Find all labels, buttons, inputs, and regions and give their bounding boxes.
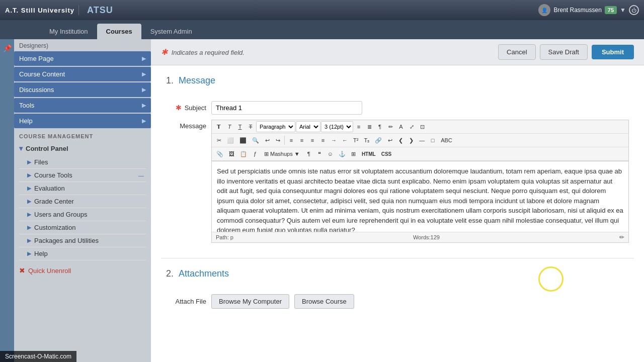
sidebar-pin[interactable]: 📌 [0, 39, 14, 362]
toolbar-link[interactable]: 🔗 [372, 135, 384, 146]
toolbar-align-left[interactable]: ≡ [286, 135, 296, 146]
packages-utilities-label: Packages and Utilities [34, 237, 99, 244]
toolbar-size-select[interactable]: 3 (12pt) [321, 121, 353, 132]
attachments-section: 2. Attachments Attach File Browse My Com… [151, 258, 644, 319]
toolbar-align-justify[interactable]: ≡ [318, 135, 328, 146]
toolbar-table[interactable]: ⊞ [349, 148, 359, 159]
right-arrow-icon: — [138, 172, 144, 178]
toolbar-unlink[interactable]: ↩ [385, 135, 395, 146]
sidebar-item-users-and-groups[interactable]: ▶ Users and Groups [19, 208, 146, 221]
toolbar-copy[interactable]: ⬜ [224, 135, 236, 146]
req-star-icon: ✱ [176, 104, 182, 112]
toolbar-redo[interactable]: ↪ [273, 135, 283, 146]
toolbar-outdent[interactable]: ← [340, 135, 350, 146]
logo-divider [78, 5, 79, 15]
toolbar-blockquote-left[interactable]: ❮ [395, 135, 406, 146]
toolbar-expand[interactable]: ⤢ [407, 121, 417, 132]
sidebar-item-help[interactable]: Help ▶ [14, 114, 151, 128]
toolbar-find[interactable]: 🔍 [250, 135, 262, 146]
browse-course-button[interactable]: Browse Course [294, 294, 354, 309]
submit-button[interactable]: Submit [592, 45, 634, 59]
toolbar-quote[interactable]: ❝ [314, 148, 325, 159]
section1-title: Message [179, 75, 215, 86]
toolbar-strikethrough[interactable]: T [246, 121, 256, 132]
toolbar-para[interactable]: ¶ [375, 121, 385, 132]
sidebar-item-packages-utilities[interactable]: ▶ Packages and Utilities [19, 234, 146, 247]
toolbar-html[interactable]: HTML [359, 148, 378, 159]
toolbar-spellcheck[interactable]: ABC [438, 135, 455, 146]
toolbar-para2[interactable]: ¶ [304, 148, 314, 159]
sidebar-item-course-tools[interactable]: ▶ Course Tools — [19, 169, 146, 182]
sidebar-item-course-content[interactable]: Course Content ▶ [14, 67, 151, 81]
sub-arrow-icon: ▶ [27, 237, 31, 244]
toolbar-attach[interactable]: 📎 [214, 148, 226, 159]
attach-row: Attach File Browse My Computer Browse Co… [166, 294, 629, 309]
content-inner: ✱ Indicates a required field. Cancel Sav… [151, 39, 644, 362]
designers-label: Designers) [14, 39, 151, 51]
toolbar-anchor[interactable]: ⚓ [336, 148, 348, 159]
separator [284, 136, 285, 145]
user-area: 👤 Brent Rasmussen 75 ▼ ⏻ [538, 4, 639, 16]
toolbar-italic[interactable]: T [224, 121, 234, 132]
dropdown-arrow-icon[interactable]: ▼ [620, 7, 626, 14]
word-count: Words:129 [413, 234, 440, 240]
sidebar-item-grade-center[interactable]: ▶ Grade Center [19, 195, 146, 208]
toolbar-align-right[interactable]: ≡ [307, 135, 317, 146]
required-star-icon: ✱ [161, 48, 168, 56]
toolbar-media[interactable]: 📋 [237, 148, 250, 159]
toolbar-formula[interactable]: ƒ [250, 148, 260, 159]
toolbar-underline[interactable]: T [235, 121, 245, 132]
quick-unenroll-button[interactable]: ✖ Quick Unenroll [14, 262, 151, 279]
sidebar-item-tools[interactable]: Tools ▶ [14, 98, 151, 113]
toolbar-color[interactable]: A [396, 121, 406, 132]
control-panel-section: ▾ Control Panel ▶ Files ▶ Course Tools —… [14, 141, 151, 260]
editor-footer: Path: p Words:129 ✏ [212, 232, 628, 242]
sidebar-item-evaluation[interactable]: ▶ Evaluation [19, 182, 146, 195]
sidebar: Designers) Home Page ▶ Course Content ▶ … [14, 39, 151, 362]
save-draft-button[interactable]: Save Draft [540, 44, 588, 60]
unenroll-icon: ✖ [19, 266, 25, 275]
toolbar-highlight[interactable]: ✏ [385, 121, 395, 132]
toolbar-ul[interactable]: ≡ [354, 121, 364, 132]
tab-my-institution[interactable]: My Institution [40, 24, 97, 39]
sub-arrow-icon: ▶ [27, 211, 31, 218]
toolbar-emoji[interactable]: ☺ [325, 148, 336, 159]
screencast-watermark: Screencast-O-Matic.com [0, 351, 76, 362]
power-button[interactable]: ⏻ [629, 5, 639, 15]
toolbar-superscript[interactable]: T² [351, 135, 361, 146]
toolbar-bold[interactable]: 𝗧 [214, 121, 224, 132]
browse-computer-button[interactable]: Browse My Computer [211, 294, 289, 309]
toolbar-ol[interactable]: ≣ [364, 121, 374, 132]
sidebar-item-help-sub[interactable]: ▶ Help [19, 247, 146, 260]
toolbar-hr[interactable]: — [417, 135, 427, 146]
tab-system-admin[interactable]: System Admin [141, 24, 201, 39]
toolbar-subscript[interactable]: T₂ [361, 135, 372, 146]
tab-courses[interactable]: Courses [97, 24, 141, 39]
editor-content-text[interactable]: Sed ut perspiciatis unde omnis iste natu… [212, 161, 628, 232]
toolbar-mashups[interactable]: ⊞ Mashups ▼ [261, 148, 303, 159]
subject-input[interactable] [211, 101, 362, 115]
toolbar-paragraph-select[interactable]: Paragraph [256, 121, 295, 132]
toolbar-paste[interactable]: ⬛ [237, 135, 249, 146]
toolbar-blockquote-right[interactable]: ❯ [406, 135, 416, 146]
files-label: Files [34, 158, 48, 166]
toolbar-collapse[interactable]: ⊡ [417, 121, 427, 132]
sidebar-item-customization[interactable]: ▶ Customization [19, 221, 146, 234]
sidebar-item-discussions[interactable]: Discussions ▶ [14, 82, 151, 97]
cancel-button[interactable]: Cancel [498, 44, 535, 60]
control-panel-header[interactable]: ▾ Control Panel [19, 141, 146, 156]
sub-arrow-icon: ▶ [27, 185, 31, 192]
arrow-icon: ▶ [142, 118, 146, 124]
toolbar-cut[interactable]: ✂ [214, 135, 224, 146]
toolbar-align-center[interactable]: ≡ [297, 135, 307, 146]
toolbar-indent[interactable]: → [329, 135, 339, 146]
message-label: Message [166, 120, 206, 130]
toolbar-box[interactable]: □ [428, 135, 438, 146]
edit-icon[interactable]: ✏ [619, 234, 624, 241]
toolbar-css[interactable]: CSS [379, 148, 394, 159]
toolbar-image[interactable]: 🖼 [226, 148, 237, 159]
sidebar-item-files[interactable]: ▶ Files [19, 156, 146, 169]
sidebar-item-home-page[interactable]: Home Page ▶ [14, 51, 151, 66]
toolbar-undo[interactable]: ↩ [262, 135, 272, 146]
toolbar-font-select[interactable]: Arial [296, 121, 320, 132]
